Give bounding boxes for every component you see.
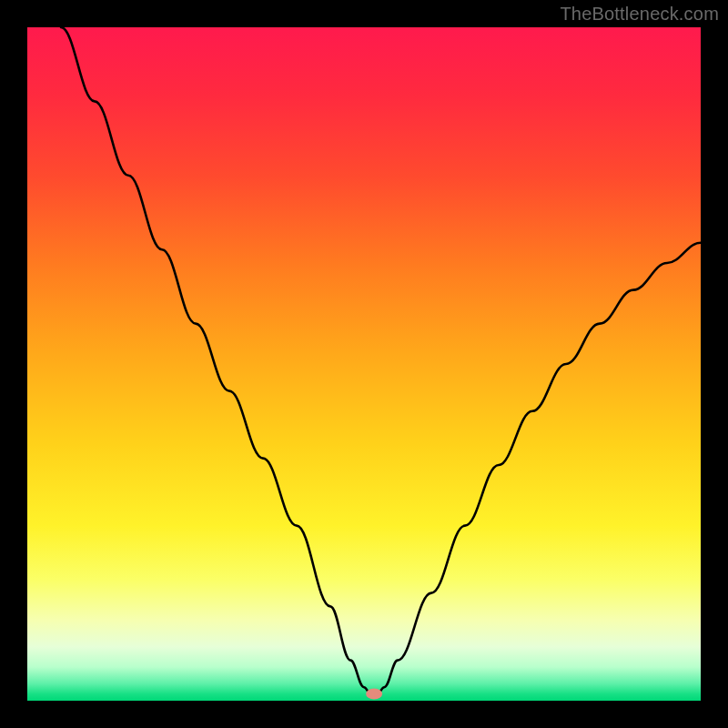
bottleneck-curve [61, 27, 701, 694]
plot-area [27, 27, 701, 701]
chart-frame: TheBottleneck.com [0, 0, 728, 728]
watermark-text: TheBottleneck.com [560, 4, 719, 25]
minimum-marker [366, 689, 382, 700]
curve-svg [27, 27, 701, 701]
